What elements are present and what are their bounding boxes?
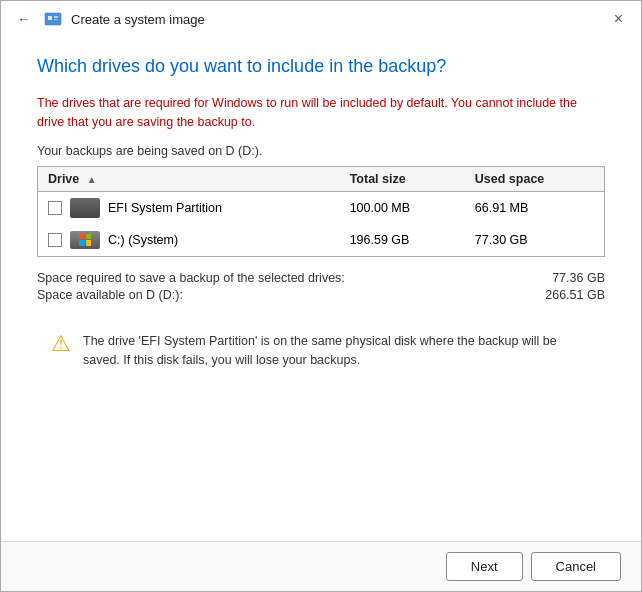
- efi-drive-label: EFI System Partition: [108, 201, 222, 215]
- info-text: The drives that are required for Windows…: [37, 94, 605, 132]
- warning-text: The drive 'EFI System Partition' is on t…: [83, 332, 591, 370]
- table-row: C:) (System) 196.59 GB 77.30 GB: [38, 224, 604, 256]
- drive-name-cell: EFI System Partition: [38, 191, 340, 224]
- space-available-label: Space available on D (D:):: [37, 288, 183, 302]
- space-available-value: 266.51 GB: [515, 288, 605, 302]
- drive-checkbox-c[interactable]: [48, 233, 62, 247]
- c-used-space: 77.30 GB: [465, 224, 604, 256]
- main-window: ← Create a system image × Which drives d…: [0, 0, 642, 592]
- warning-box: ⚠ The drive 'EFI System Partition' is on…: [37, 320, 605, 382]
- table-row: EFI System Partition 100.00 MB 66.91 MB: [38, 191, 604, 224]
- sort-arrow-drive: ▲: [87, 174, 97, 185]
- page-title: Which drives do you want to include in t…: [37, 55, 605, 78]
- col-total-size: Total size: [340, 167, 465, 192]
- efi-total-size: 100.00 MB: [340, 191, 465, 224]
- next-button[interactable]: Next: [446, 552, 523, 581]
- c-drive-label: C:) (System): [108, 233, 178, 247]
- warning-icon: ⚠: [51, 333, 71, 355]
- title-bar-left: ← Create a system image: [13, 9, 205, 29]
- title-bar: ← Create a system image ×: [1, 1, 641, 35]
- cancel-button[interactable]: Cancel: [531, 552, 621, 581]
- space-required-value: 77.36 GB: [515, 271, 605, 285]
- content-area: Which drives do you want to include in t…: [1, 35, 641, 541]
- efi-used-space: 66.91 MB: [465, 191, 604, 224]
- c-total-size: 196.59 GB: [340, 224, 465, 256]
- col-drive: Drive ▲: [38, 167, 340, 192]
- space-available-row: Space available on D (D:): 266.51 GB: [37, 288, 605, 302]
- footer: Next Cancel: [1, 541, 641, 591]
- space-info: Space required to save a backup of the s…: [37, 271, 605, 302]
- space-required-row: Space required to save a backup of the s…: [37, 271, 605, 285]
- save-location: Your backups are being saved on D (D:).: [37, 144, 605, 158]
- close-button[interactable]: ×: [608, 9, 629, 29]
- space-required-label: Space required to save a backup of the s…: [37, 271, 345, 285]
- svg-rect-0: [45, 13, 61, 25]
- back-button[interactable]: ←: [13, 9, 35, 29]
- svg-rect-2: [54, 16, 58, 18]
- drives-table: Drive ▲ Total size Used space: [38, 167, 604, 256]
- col-used-space: Used space: [465, 167, 604, 192]
- c-drive-name-cell: C:) (System): [38, 224, 340, 256]
- drive-checkbox-efi[interactable]: [48, 201, 62, 215]
- efi-drive-icon: [70, 198, 100, 218]
- window-icon: [43, 9, 63, 29]
- svg-rect-3: [54, 19, 57, 20]
- drives-table-wrapper: Drive ▲ Total size Used space: [37, 166, 605, 257]
- c-drive-icon: [70, 230, 100, 250]
- svg-rect-1: [48, 16, 52, 20]
- window-title: Create a system image: [71, 12, 205, 27]
